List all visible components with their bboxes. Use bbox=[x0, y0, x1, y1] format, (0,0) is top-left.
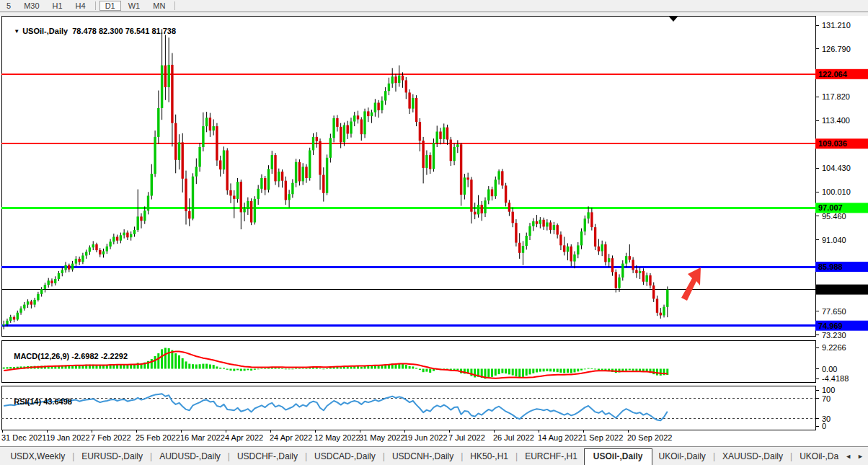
price-level-badge-109.036: 109.036 bbox=[815, 138, 868, 149]
svg-text:19 Jan 2022: 19 Jan 2022 bbox=[46, 433, 90, 442]
rsi-panel bbox=[1, 386, 815, 430]
svg-text:14 Aug 2022: 14 Aug 2022 bbox=[538, 433, 583, 442]
hline-85.988[interactable] bbox=[1, 266, 815, 268]
hline-97.007[interactable] bbox=[1, 207, 815, 209]
svg-text:100: 100 bbox=[822, 386, 835, 394]
tab-xauusd-daily[interactable]: XAUUSD-,Daily bbox=[716, 449, 789, 464]
svg-text:95.460: 95.460 bbox=[822, 212, 846, 221]
tab-scroll-right-icon[interactable]: ► bbox=[857, 453, 864, 460]
tab-ukoil-da[interactable]: UKOil-,Da bbox=[793, 449, 845, 464]
svg-text:100.010: 100.010 bbox=[822, 187, 851, 196]
svg-text:20 Sep 2022: 20 Sep 2022 bbox=[627, 433, 672, 442]
price-level-badge-85.988: 85.988 bbox=[815, 262, 868, 272]
macd-values: -2.6982 -2.2292 bbox=[71, 352, 128, 360]
tab-scroll-left-icon[interactable]: ◄ bbox=[845, 453, 851, 460]
rsi-label: RSI(14) 43.6498 bbox=[5, 389, 72, 415]
hline-122.064[interactable] bbox=[1, 74, 815, 75]
svg-text:126.790: 126.790 bbox=[822, 45, 851, 53]
svg-text:31 May 2022: 31 May 2022 bbox=[359, 433, 405, 442]
price-level-badge-122.064: 122.064 bbox=[815, 69, 868, 79]
svg-text:26 Jul 2022: 26 Jul 2022 bbox=[493, 433, 534, 442]
svg-text:73.230: 73.230 bbox=[822, 331, 846, 340]
svg-text:25 Feb 2022: 25 Feb 2022 bbox=[136, 433, 180, 442]
tab-eurchf-h1[interactable]: EURCHF-,H1 bbox=[518, 449, 584, 464]
svg-text:4 Apr 2022: 4 Apr 2022 bbox=[225, 433, 263, 442]
hline-74.969[interactable] bbox=[1, 324, 815, 327]
tab-eurusd-daily[interactable]: EURUSD-,Daily bbox=[75, 449, 149, 464]
svg-text:97.007: 97.007 bbox=[818, 203, 843, 212]
svg-text:19 Jun 2022: 19 Jun 2022 bbox=[404, 433, 448, 442]
tab-usdchf-daily[interactable]: USDCHF-,Daily bbox=[231, 449, 304, 464]
main-price-panel bbox=[1, 16, 815, 336]
svg-text:0.00: 0.00 bbox=[822, 365, 837, 373]
price-level-badge-81.738: 81.738 bbox=[815, 285, 868, 295]
svg-text:12 May 2022: 12 May 2022 bbox=[314, 433, 360, 442]
open-value: 78.478 bbox=[72, 27, 97, 35]
svg-text:1 Sep 2022: 1 Sep 2022 bbox=[583, 433, 623, 442]
svg-text:70: 70 bbox=[822, 394, 831, 403]
svg-text:9.2266: 9.2266 bbox=[822, 343, 846, 352]
svg-text:81.738: 81.738 bbox=[818, 285, 843, 294]
high-value: 82.300 bbox=[99, 27, 123, 35]
tab-usoil-daily[interactable]: USOil-,Daily bbox=[584, 448, 652, 465]
svg-text:0: 0 bbox=[822, 422, 826, 430]
rsi-value: 43.6498 bbox=[43, 397, 72, 406]
low-value: 76.541 bbox=[125, 27, 150, 35]
tab-usdcnh-daily[interactable]: USDCNH-,Daily bbox=[386, 449, 460, 464]
tab-usdx-weekly[interactable]: USDX,Weekly bbox=[4, 449, 71, 464]
svg-text:7 Feb 2022: 7 Feb 2022 bbox=[91, 433, 131, 442]
svg-text:77.650: 77.650 bbox=[822, 307, 846, 316]
macd-label: MACD(12,26,9) -2.6982 -2.2292 bbox=[5, 343, 128, 369]
mt4-window: 5M30H1H4D1W1MN 131.210126.790117.820113.… bbox=[0, 0, 868, 465]
symbol-tab-bar: USDX,Weekly|EURUSD-,Daily|AUDUSD-,Daily|… bbox=[0, 446, 868, 465]
hline-109.036[interactable] bbox=[1, 143, 815, 144]
svg-text:7 Jul 2022: 7 Jul 2022 bbox=[448, 433, 485, 442]
tab-usdcad-daily[interactable]: USDCAD-,Daily bbox=[308, 449, 382, 464]
svg-text:74.969: 74.969 bbox=[818, 322, 843, 330]
chart-title: ▼USOil-,Daily 78.478 82.300 76.541 81.73… bbox=[5, 18, 176, 44]
price-level-badge-74.969: 74.969 bbox=[815, 321, 868, 331]
symbol-name: USOil-,Daily bbox=[22, 27, 68, 35]
svg-text:104.430: 104.430 bbox=[822, 164, 851, 172]
price-axis[interactable]: 131.210126.790117.820113.400104.430100.0… bbox=[815, 21, 868, 430]
tab-hk50-h1[interactable]: HK50-,H1 bbox=[464, 449, 515, 464]
macd-name: MACD(12,26,9) bbox=[14, 352, 69, 360]
symbol-dropdown-icon[interactable]: ▼ bbox=[14, 28, 19, 35]
svg-text:122.064: 122.064 bbox=[818, 70, 848, 79]
chart-canvas[interactable]: 131.210126.790117.820113.400104.430100.0… bbox=[0, 0, 868, 465]
tab-audusd-daily[interactable]: AUDUSD-,Daily bbox=[153, 449, 227, 464]
svg-text:-4.4188: -4.4188 bbox=[822, 374, 849, 383]
svg-text:16 Mar 2022: 16 Mar 2022 bbox=[180, 433, 225, 442]
svg-text:31 Dec 2021: 31 Dec 2021 bbox=[1, 433, 46, 442]
svg-text:117.820: 117.820 bbox=[822, 92, 850, 101]
hline-81.738[interactable] bbox=[1, 289, 815, 290]
svg-text:91.040: 91.040 bbox=[822, 236, 846, 244]
svg-text:113.400: 113.400 bbox=[822, 116, 850, 125]
rsi-name: RSI(14) bbox=[14, 397, 41, 406]
date-axis[interactable]: 31 Dec 202119 Jan 20227 Feb 202225 Feb 2… bbox=[1, 430, 672, 442]
svg-text:109.036: 109.036 bbox=[818, 139, 847, 148]
svg-text:85.988: 85.988 bbox=[818, 262, 843, 271]
price-level-badge-97.007: 97.007 bbox=[815, 203, 868, 213]
svg-text:131.210: 131.210 bbox=[822, 21, 851, 30]
tab-ukoil-daily[interactable]: UKOil-,Daily bbox=[652, 449, 712, 464]
close-value: 81.738 bbox=[151, 27, 176, 35]
svg-text:24 Apr 2022: 24 Apr 2022 bbox=[270, 433, 312, 442]
